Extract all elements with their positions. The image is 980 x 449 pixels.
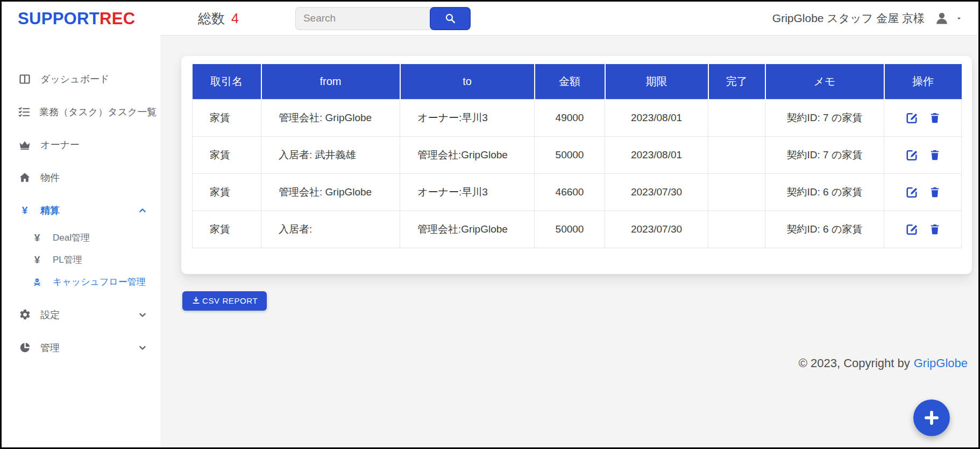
edit-pencil-icon: [905, 148, 919, 162]
copyright-footer: © 2023, Copyright byGripGlobe: [799, 356, 968, 370]
edit-button[interactable]: [905, 185, 919, 199]
gear-icon: [18, 308, 32, 321]
table-row: 家賃 入居者: 管理会社:GripGlobe 50000 2023/07/30 …: [193, 211, 962, 248]
table-row: 家賃 入居者: 武井義雄 管理会社:GripGlobe 50000 2023/0…: [193, 136, 962, 173]
cell-amount: 50000: [535, 136, 605, 173]
page-content: 取引名 from to 金額 期限 完了 メモ 操作 家賃 管理会社: Grip…: [160, 36, 978, 447]
cell-from: 入居者: 武井義雄: [261, 136, 400, 173]
add-button-fab[interactable]: [913, 399, 950, 436]
column-header-amount: 金額: [535, 64, 605, 99]
sidebar-item-settlement[interactable]: ¥ 精算: [2, 194, 160, 227]
pie-chart-icon: [18, 341, 32, 354]
sidebar-item-task-list[interactable]: 業務（タスク）タスク一覧: [2, 95, 160, 128]
edit-pencil-icon: [905, 222, 919, 236]
user-name: GripGlobe スタッフ 金屋 京様: [772, 11, 925, 26]
cell-due-date: 2023/07/30: [605, 173, 708, 211]
main-area: 総数 4 GripGlobe スタッフ 金屋 京様: [160, 2, 978, 447]
sidebar-item-owner[interactable]: オーナー: [2, 128, 160, 161]
sidebar: SUPPORTREC ダッシュボード 業務（タスク）タスク一覧 オーナー 物件: [2, 2, 160, 447]
sidebar-item-label: オーナー: [40, 138, 80, 151]
sidebar-item-pl-management[interactable]: ¥ PL管理: [2, 249, 160, 271]
column-header-due-date: 期限: [605, 64, 708, 99]
yen-icon: ¥: [32, 233, 42, 243]
sidebar-item-deal-management[interactable]: ¥ Deal管理: [2, 227, 160, 249]
home-icon: [18, 171, 32, 184]
user-menu[interactable]: GripGlobe スタッフ 金屋 京様: [772, 11, 963, 26]
sidebar-item-label: 管理: [40, 341, 60, 354]
search-button[interactable]: [430, 7, 471, 30]
edit-button[interactable]: [905, 148, 919, 162]
cell-to: オーナー:早川3: [400, 99, 535, 136]
cell-done: [708, 211, 765, 248]
sidebar-item-label: PL管理: [53, 254, 82, 266]
app-logo[interactable]: SUPPORTREC: [2, 2, 160, 36]
dashboard-columns-icon: [18, 73, 32, 86]
yen-icon: ¥: [18, 205, 32, 215]
table-row: 家賃 管理会社: GripGlobe オーナー:早川3 46600 2023/0…: [193, 173, 962, 211]
delete-button[interactable]: [928, 149, 941, 162]
total-count: 総数 4: [198, 10, 239, 27]
sidebar-item-label: 物件: [40, 171, 60, 184]
column-header-memo: メモ: [765, 64, 884, 99]
column-header-from: from: [261, 64, 400, 99]
cell-actions: [884, 173, 962, 211]
cell-amount: 50000: [535, 211, 605, 248]
sidebar-item-label: 設定: [40, 308, 60, 321]
sidebar-item-cashflow-management[interactable]: キャッシュフロー管理: [2, 271, 160, 293]
cell-done: [708, 136, 765, 173]
cashflow-table: 取引名 from to 金額 期限 完了 メモ 操作 家賃 管理会社: Grip…: [192, 64, 962, 248]
caret-down-icon: [955, 14, 963, 23]
search-input[interactable]: [295, 7, 433, 30]
column-header-done: 完了: [708, 64, 765, 99]
cell-to: 管理会社:GripGlobe: [400, 211, 535, 248]
sidebar-item-label: ダッシュボード: [40, 73, 110, 86]
sidebar-item-label: キャッシュフロー管理: [53, 276, 146, 288]
sidebar-item-property[interactable]: 物件: [2, 161, 160, 194]
csv-report-label: CSV REPORT: [202, 296, 258, 305]
cell-actions: [884, 136, 962, 173]
column-header-deal-name: 取引名: [193, 64, 261, 99]
delete-button[interactable]: [928, 111, 941, 124]
chevron-up-icon: [136, 205, 150, 216]
table-header-row: 取引名 from to 金額 期限 完了 メモ 操作: [193, 64, 962, 99]
cell-actions: [884, 99, 962, 136]
edit-pencil-icon: [905, 111, 919, 125]
crown-icon: [18, 138, 32, 151]
cell-from: 管理会社: GripGlobe: [261, 173, 400, 211]
download-icon: [191, 296, 201, 305]
total-count-label: 総数: [198, 10, 225, 27]
cell-memo: 契約ID: 7 の家賃: [765, 99, 884, 136]
cell-memo: 契約ID: 6 の家賃: [765, 173, 884, 211]
delete-button[interactable]: [928, 186, 941, 199]
table-row: 家賃 管理会社: GripGlobe オーナー:早川3 49000 2023/0…: [193, 99, 962, 136]
csv-report-button[interactable]: CSV REPORT: [182, 291, 267, 311]
edit-button[interactable]: [905, 111, 919, 125]
column-header-to: to: [400, 64, 535, 99]
gripglobe-link[interactable]: GripGlobe: [914, 356, 968, 370]
skull-crossbones-icon: [32, 276, 42, 288]
search-box: [295, 7, 471, 30]
cell-due-date: 2023/08/01: [605, 99, 708, 136]
sidebar-item-label: 業務（タスク）タスク一覧: [39, 106, 157, 118]
yen-icon: ¥: [32, 255, 42, 265]
sidebar-item-label: Deal管理: [53, 231, 90, 244]
trash-icon: [928, 186, 941, 199]
edit-button[interactable]: [905, 222, 919, 236]
cell-memo: 契約ID: 6 の家賃: [765, 211, 884, 248]
sidebar-item-dashboard[interactable]: ダッシュボード: [2, 62, 160, 95]
top-bar: 総数 4 GripGlobe スタッフ 金屋 京様: [160, 2, 978, 36]
trash-icon: [928, 149, 941, 162]
total-count-value: 4: [231, 11, 239, 26]
logo-text-rec: REC: [100, 9, 135, 29]
sidebar-item-label: 精算: [40, 204, 60, 217]
plus-icon: [922, 409, 941, 427]
cell-to: オーナー:早川3: [400, 173, 535, 211]
sidebar-item-settings[interactable]: 設定: [2, 298, 160, 331]
cell-deal-name: 家賃: [193, 173, 261, 211]
sidebar-item-admin[interactable]: 管理: [2, 331, 160, 364]
cell-memo: 契約ID: 7 の家賃: [765, 136, 884, 173]
cell-to: 管理会社:GripGlobe: [400, 136, 535, 173]
copyright-text: © 2023, Copyright by: [799, 356, 910, 370]
delete-button[interactable]: [928, 223, 941, 236]
edit-pencil-icon: [905, 185, 919, 199]
